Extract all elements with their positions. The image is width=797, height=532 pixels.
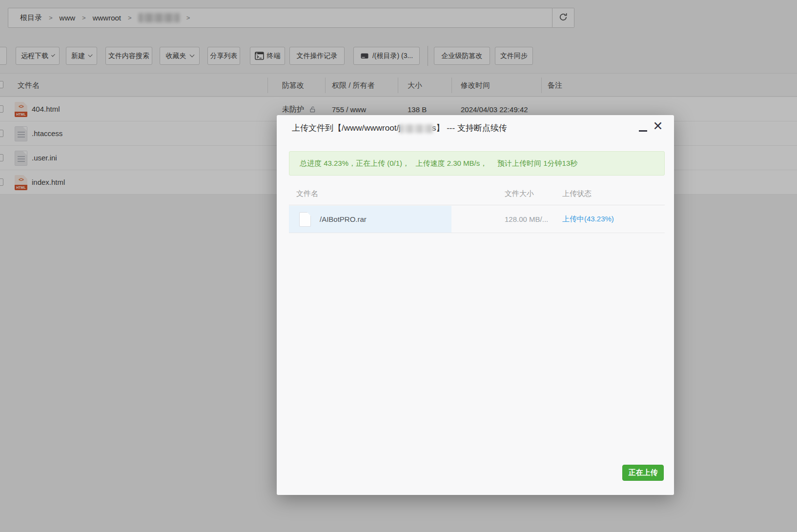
- upload-status-link[interactable]: 上传中(43.23%): [562, 206, 614, 233]
- close-icon: ✕: [653, 119, 663, 133]
- blank-file-icon: [299, 212, 311, 227]
- minimize-button[interactable]: [636, 122, 649, 133]
- upload-progress-banner: 总进度 43.23%，正在上传 (0/1)， 上传速度 2.30 MB/s， 预…: [289, 151, 665, 176]
- upload-column-filesize: 文件大小: [505, 189, 534, 198]
- upload-table-header: 文件名 文件大小 上传状态: [289, 183, 665, 205]
- uploading-button[interactable]: 正在上传: [622, 465, 664, 481]
- upload-file-name: /AIBotPRO.rar: [320, 206, 367, 233]
- upload-dialog: 上传文件到【/www/wwwroot/js】 --- 支持断点续传 ✕ 总进度 …: [277, 115, 674, 495]
- upload-row[interactable]: /AIBotPRO.rar 128.00 MB/... 上传中(43.23%): [289, 206, 665, 233]
- dialog-title-prefix: 上传文件到【/www/wwwroot/j: [292, 123, 401, 133]
- minimize-icon: [639, 130, 647, 132]
- upload-column-filename: 文件名: [296, 189, 318, 198]
- close-button[interactable]: ✕: [650, 117, 666, 135]
- dialog-title-suffix: s】 --- 支持断点续传: [432, 123, 507, 133]
- dialog-title-redacted: [399, 124, 433, 133]
- screen: 根目录 > www > wwwroot > > 上传 远程下载: [0, 0, 797, 532]
- upload-row-progress: [289, 206, 451, 233]
- upload-column-status: 上传状态: [562, 189, 592, 198]
- upload-file-size: 128.00 MB/...: [505, 206, 548, 233]
- dialog-title: 上传文件到【/www/wwwroot/js】 --- 支持断点续传: [292, 122, 507, 134]
